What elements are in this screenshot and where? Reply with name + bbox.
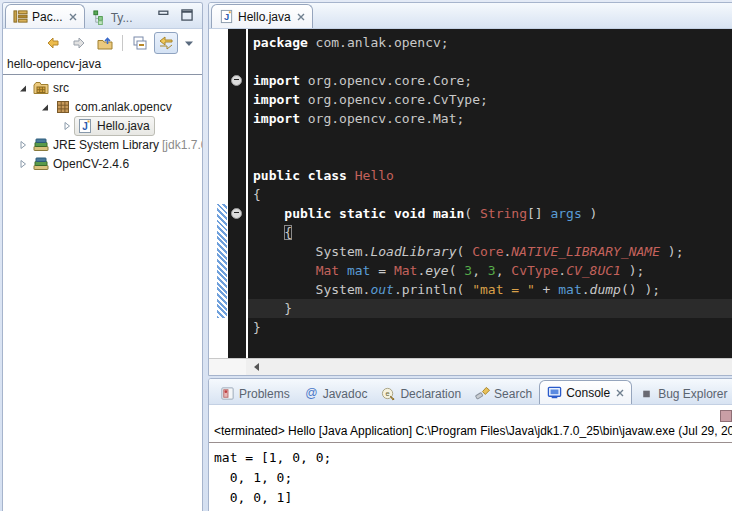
expand-arrow-icon[interactable]	[15, 83, 30, 93]
collapse-arrow-icon[interactable]	[59, 121, 74, 131]
range-indicator	[217, 204, 227, 318]
view-tab-declaration[interactable]: eDeclaration	[374, 383, 468, 404]
svg-text:J: J	[82, 120, 88, 131]
link-with-editor-icon[interactable]	[154, 32, 178, 54]
code-line: public class Hello	[248, 166, 732, 185]
view-tab-bug-explorer[interactable]: Bug Explorer	[632, 383, 732, 404]
tree-item-opencv-2-4-6[interactable]: OpenCV-2.4.6	[3, 154, 202, 173]
annotation-ruler[interactable]	[209, 29, 228, 359]
close-icon[interactable]	[616, 389, 624, 397]
tree-item-content: OpenCV-2.4.6	[30, 154, 134, 174]
view-tab-search[interactable]: Search	[468, 383, 539, 404]
package-icon	[55, 99, 72, 115]
package-explorer-icon	[13, 9, 28, 24]
tab-label: Pac...	[32, 10, 63, 24]
project-label: hello-opencv-java	[3, 55, 202, 75]
view-tab-package-explorer[interactable]: Pac...	[5, 4, 85, 28]
close-icon[interactable]	[69, 13, 77, 21]
code-line: package com.anlak.opencv;	[248, 33, 732, 52]
console-status-line: <terminated> Hello [Java Application] C:…	[209, 424, 732, 443]
expand-arrow-icon[interactable]	[37, 102, 52, 112]
go-up-icon[interactable]	[93, 32, 117, 54]
view-tab-console[interactable]: Console	[539, 380, 632, 404]
fold-collapse-icon[interactable]	[231, 208, 242, 219]
editor-horizontal-scrollbar[interactable]	[209, 358, 732, 375]
javadoc-icon: @	[304, 386, 319, 401]
code-line: {	[248, 223, 732, 242]
minimize-icon[interactable]	[156, 8, 172, 22]
code-line	[248, 128, 732, 147]
code-line: {	[248, 185, 732, 204]
collapse-arrow-icon[interactable]	[15, 140, 30, 150]
search-icon	[475, 386, 490, 401]
tree-item-label: com.anlak.opencv	[75, 100, 172, 114]
tree-item-content: src	[30, 78, 74, 98]
tab-label: Ty...	[111, 11, 133, 25]
tree-item-jre-system-library[interactable]: JRE System Library [jdk1.7.0_25]	[3, 135, 202, 154]
back-icon[interactable]	[41, 32, 65, 54]
editor-tabbar: JHello.java	[209, 3, 732, 29]
view-tab-problems[interactable]: Problems	[213, 383, 297, 404]
code-line: System.out.println( "mat = " + mat.dump(…	[248, 280, 732, 299]
type-hierarchy-icon	[92, 10, 107, 25]
toolbar-separator	[122, 35, 123, 51]
package-folder-icon	[33, 80, 50, 96]
package-explorer-toolbar	[3, 29, 202, 55]
tab-label: Javadoc	[323, 387, 368, 401]
library-icon	[33, 137, 50, 153]
tree-item-label: src	[53, 81, 69, 95]
svg-text:@: @	[305, 386, 317, 400]
scroll-left-arrow-icon[interactable]	[250, 363, 259, 371]
tree-item-content: JHello.java	[74, 116, 155, 136]
tree-item-com-anlak-opencv[interactable]: com.anlak.opencv	[3, 97, 202, 116]
tree-item-hello-java[interactable]: JHello.java	[3, 116, 202, 135]
code-line: }	[248, 318, 732, 337]
tab-label: Bug Explorer	[658, 387, 727, 401]
editor-body: package com.anlak.opencv;import org.open…	[209, 29, 732, 359]
code-line	[248, 52, 732, 71]
tree-item-label: OpenCV-2.4.6	[53, 157, 129, 171]
console-output[interactable]: mat = [1, 0, 0; 0, 1, 0; 0, 0, 1]	[209, 443, 732, 508]
tree-item-content: com.anlak.opencv	[52, 97, 177, 117]
console-toolbar	[209, 405, 732, 424]
close-icon[interactable]	[297, 13, 305, 21]
maximize-icon[interactable]	[179, 8, 195, 22]
collapse-arrow-icon[interactable]	[15, 159, 30, 169]
java-file-icon: J	[219, 9, 234, 24]
view-tab-type-hierarchy[interactable]: Ty...	[85, 7, 140, 28]
editor-tab-hello-java[interactable]: JHello.java	[211, 4, 313, 28]
view-menu-icon[interactable]	[180, 32, 198, 54]
code-line: System.LoadLibrary( Core.NATIVE_LIBRARY_…	[248, 242, 732, 261]
svg-text:J: J	[224, 12, 229, 22]
console-panel: Problems@JavadoceDeclarationSearchConsol…	[208, 378, 732, 511]
console-tabbar: Problems@JavadoceDeclarationSearchConsol…	[209, 379, 732, 405]
scrollbar-spacer	[209, 359, 246, 375]
code-line: public static void main( String[] args )	[248, 204, 732, 223]
square-icon	[639, 386, 654, 401]
code-line: import org.opencv.core.CvType;	[248, 90, 732, 109]
view-tab-javadoc[interactable]: @Javadoc	[297, 383, 375, 404]
code-line	[248, 147, 732, 166]
svg-text:e: e	[386, 389, 390, 398]
eclipse-window: Pac...Ty...	[0, 0, 732, 511]
tree-item-label: JRE System Library	[53, 138, 159, 152]
code-line: import org.opencv.core.Mat;	[248, 109, 732, 128]
tab-label: Hello.java	[238, 10, 291, 24]
console-toolbar-icon[interactable]	[720, 410, 732, 422]
editor-panel: JHello.java package com.anlak.opencv;imp…	[208, 2, 732, 376]
forward-icon[interactable]	[67, 32, 91, 54]
tab-label: Search	[494, 387, 532, 401]
tab-label: Console	[566, 386, 610, 400]
java-file-icon: J	[77, 118, 94, 134]
code-editor[interactable]: package com.anlak.opencv;import org.open…	[246, 29, 732, 359]
fold-collapse-icon[interactable]	[231, 75, 242, 86]
project-tree: srccom.anlak.opencvJHello.javaJRE System…	[3, 75, 202, 173]
tree-item-src[interactable]: src	[3, 78, 202, 97]
tab-label: Problems	[239, 387, 290, 401]
collapse-all-icon[interactable]	[128, 32, 152, 54]
code-line: }	[248, 299, 732, 318]
code-line: Mat mat = Mat.eye( 3, 3, CvType.CV_8UC1 …	[248, 261, 732, 280]
scrollbar-track[interactable]	[246, 359, 732, 375]
left-panel-tabbar: Pac...Ty...	[3, 3, 202, 29]
folding-ruler[interactable]	[228, 29, 246, 359]
